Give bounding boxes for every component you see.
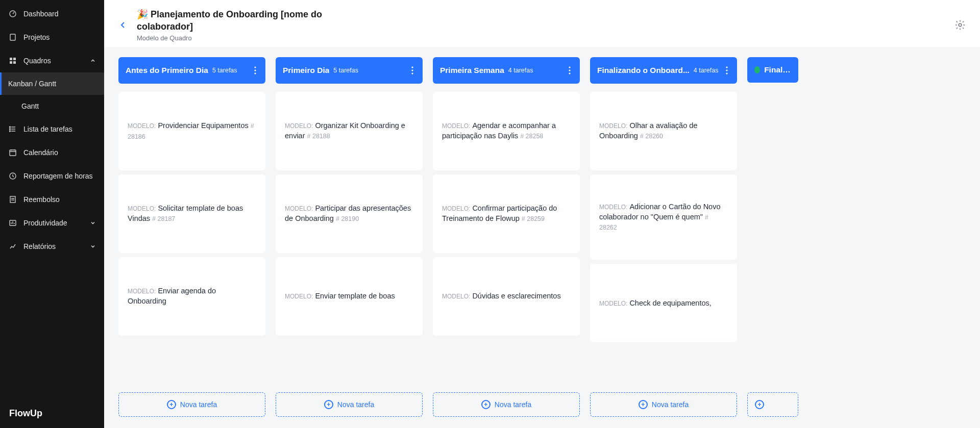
- settings-button[interactable]: [952, 17, 968, 33]
- svg-rect-4: [10, 61, 12, 64]
- sidebar-item-projetos[interactable]: Projetos: [0, 26, 104, 49]
- gear-icon: [954, 19, 966, 31]
- chevron-down-icon: [90, 243, 96, 249]
- sidebar-item-lista-tarefas[interactable]: Lista de tarefas: [0, 117, 104, 141]
- task-card[interactable]: MODELO: Providenciar Equipamentos # 2818…: [118, 92, 265, 170]
- sidebar-item-gantt[interactable]: Gantt: [0, 95, 104, 117]
- svg-point-25: [726, 72, 727, 74]
- task-card[interactable]: MODELO: Olhar a avaliação de Onboarding …: [590, 92, 737, 170]
- sidebar-item-label: Reembolso: [23, 195, 60, 204]
- column-menu-button[interactable]: [252, 65, 258, 75]
- add-task-button[interactable]: + Nova tarefa: [118, 392, 265, 417]
- svg-point-14: [254, 66, 256, 68]
- card-title: Check de equipamentos,: [629, 299, 711, 307]
- column-title: Finalizad: [764, 65, 791, 74]
- header-actions: [952, 17, 968, 33]
- task-card[interactable]: MODELO: Enviar agenda do Onboarding: [118, 257, 265, 336]
- add-task-label: Nova tarefa: [180, 400, 217, 409]
- svg-point-18: [411, 69, 413, 71]
- task-card[interactable]: MODELO: Organizar Kit Onboarding e envia…: [276, 92, 423, 170]
- column-menu-button[interactable]: [567, 65, 573, 75]
- card-id: # 28258: [520, 133, 543, 140]
- sidebar-item-calendario[interactable]: Calendário: [0, 141, 104, 164]
- card-label: MODELO:: [128, 122, 156, 130]
- sidebar-item-label: Gantt: [21, 102, 39, 110]
- svg-point-23: [726, 66, 727, 68]
- svg-point-7: [10, 129, 11, 130]
- plus-circle-icon: +: [755, 400, 764, 409]
- svg-point-6: [10, 127, 11, 128]
- svg-point-24: [726, 69, 727, 71]
- add-task-label: Nova tarefa: [495, 400, 531, 409]
- add-task-button[interactable]: +: [747, 392, 798, 417]
- svg-rect-2: [10, 58, 12, 60]
- svg-point-22: [569, 72, 570, 74]
- task-card[interactable]: MODELO: Check de equipamentos,: [590, 264, 737, 342]
- brand-logo: FlowUp: [0, 399, 104, 428]
- sidebar-item-label: Produtividade: [23, 219, 67, 227]
- plus-circle-icon: +: [324, 400, 333, 409]
- task-card[interactable]: MODELO: Confirmar participação do Treina…: [433, 174, 580, 253]
- sidebar-item-relatorios[interactable]: Relatórios: [0, 235, 104, 258]
- column-primeiro-dia: Primeiro Dia 5 tarefas MODELO: Organizar…: [276, 57, 423, 417]
- receipt-icon: [8, 195, 17, 204]
- svg-point-15: [254, 69, 256, 71]
- card-label: MODELO:: [285, 293, 313, 300]
- dots-vertical-icon: [254, 66, 256, 74]
- back-button[interactable]: [116, 18, 130, 32]
- add-task-button[interactable]: + Nova tarefa: [590, 392, 737, 417]
- add-task-label: Nova tarefa: [337, 400, 374, 409]
- column-cards: MODELO: Olhar a avaliação de Onboarding …: [590, 92, 737, 389]
- task-card[interactable]: MODELO: Dúvidas e esclarecimentos: [433, 257, 580, 336]
- column-cards: MODELO: Agendar e acompanhar a participa…: [433, 92, 580, 389]
- sidebar-item-quadros[interactable]: Quadros: [0, 49, 104, 72]
- sidebar-nav: Dashboard Projetos Quadros Kanban / Gant…: [0, 0, 104, 399]
- emoji-icon: 🎉: [137, 9, 148, 19]
- kanban-board: Antes do Primeiro Dia 5 tarefas MODELO: …: [104, 47, 980, 428]
- sidebar-item-reembolso[interactable]: Reembolso: [0, 188, 104, 211]
- task-card[interactable]: MODELO: Solicitar template de boas Vinda…: [118, 174, 265, 253]
- svg-point-17: [411, 66, 413, 68]
- task-card[interactable]: MODELO: Enviar template de boas: [276, 257, 423, 336]
- card-label: MODELO:: [442, 122, 470, 130]
- task-card[interactable]: MODELO: Participar das apresentações de …: [276, 174, 423, 253]
- column-primeira-semana: Primeira Semana 4 tarefas MODELO: Agenda…: [433, 57, 580, 417]
- sidebar-item-kanban-gantt[interactable]: Kanban / Gantt: [0, 72, 104, 95]
- card-label: MODELO:: [599, 122, 627, 130]
- column-count: 4 tarefas: [508, 67, 533, 74]
- main: 🎉 Planejamento de Onboarding [nome do co…: [104, 0, 980, 428]
- boards-icon: [8, 56, 17, 65]
- task-card[interactable]: MODELO: Adicionar o Cartão do Novo colab…: [590, 174, 737, 260]
- column-menu-button[interactable]: [409, 65, 415, 75]
- column-header: Primeira Semana 4 tarefas: [433, 57, 580, 84]
- sidebar-item-label: Calendário: [23, 148, 58, 157]
- sidebar-item-label: Lista de tarefas: [23, 125, 72, 133]
- column-title: Primeira Semana: [440, 66, 504, 75]
- column-menu-button[interactable]: [724, 65, 730, 75]
- card-label: MODELO:: [442, 293, 470, 300]
- column-title: Primeiro Dia: [283, 66, 329, 75]
- column-cards: MODELO: Organizar Kit Onboarding e envia…: [276, 92, 423, 389]
- svg-point-19: [411, 72, 413, 74]
- column-header: Finalizando o Onboard... 4 tarefas: [590, 57, 737, 84]
- sidebar-item-reportagem-horas[interactable]: Reportagem de horas: [0, 164, 104, 188]
- card-title: Providenciar Equipamentos: [158, 121, 248, 130]
- sidebar: Dashboard Projetos Quadros Kanban / Gant…: [0, 0, 104, 428]
- column-finalizado: Finalizad +: [747, 57, 798, 417]
- sidebar-item-label: Projetos: [23, 33, 50, 41]
- svg-rect-1: [10, 34, 15, 40]
- column-title: Finalizando o Onboard...: [597, 66, 690, 75]
- dots-vertical-icon: [411, 66, 413, 74]
- svg-point-13: [959, 23, 962, 27]
- column-finalizando-onboarding: Finalizando o Onboard... 4 tarefas MODEL…: [590, 57, 737, 417]
- column-count: 5 tarefas: [212, 67, 237, 74]
- svg-point-20: [569, 66, 570, 68]
- chevron-down-icon: [90, 220, 96, 226]
- add-task-label: Nova tarefa: [652, 400, 689, 409]
- sidebar-item-dashboard[interactable]: Dashboard: [0, 2, 104, 26]
- sidebar-item-produtividade[interactable]: Produtividade: [0, 211, 104, 235]
- add-task-button[interactable]: + Nova tarefa: [433, 392, 580, 417]
- task-card[interactable]: MODELO: Agendar e acompanhar a participa…: [433, 92, 580, 170]
- add-task-button[interactable]: + Nova tarefa: [276, 392, 423, 417]
- card-title: Enviar template de boas: [315, 292, 395, 300]
